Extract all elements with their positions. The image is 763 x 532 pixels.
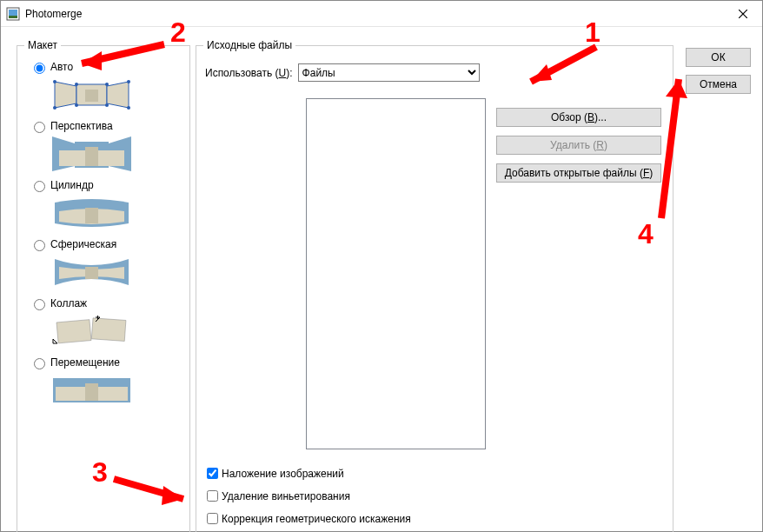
radio-auto[interactable]	[34, 63, 45, 74]
thumb-reposition	[50, 373, 133, 408]
layout-option-collage[interactable]: Коллаж	[30, 296, 182, 310]
source-legend: Исходные файлы	[203, 39, 295, 51]
annotation-2: 2	[170, 17, 186, 49]
layout-option-perspective[interactable]: Перспектива	[30, 119, 182, 133]
use-label: Использовать (U):	[205, 67, 293, 79]
radio-label: Сферическая	[50, 238, 116, 250]
close-button[interactable]	[723, 1, 762, 27]
file-list[interactable]	[306, 98, 486, 449]
thumb-perspective	[50, 136, 133, 171]
svg-point-11	[53, 106, 56, 110]
ok-button[interactable]: ОК	[686, 48, 751, 67]
add-open-files-button[interactable]: Добавить открытые файлы (F)	[496, 163, 661, 183]
radio-perspective[interactable]	[34, 122, 45, 133]
check-label: Удаление виньетирования	[222, 490, 350, 502]
svg-rect-26	[91, 318, 126, 342]
radio-label: Перемещение	[50, 356, 120, 369]
radio-label: Коллаж	[50, 297, 87, 309]
radio-spherical[interactable]	[34, 240, 45, 251]
source-files-group: Исходные файлы Использовать (U): Файлы О…	[196, 39, 673, 532]
checkbox-vignette[interactable]	[207, 490, 218, 502]
svg-rect-1	[9, 10, 17, 16]
radio-label: Авто	[50, 61, 73, 73]
svg-rect-23	[85, 208, 98, 223]
svg-rect-2	[9, 16, 17, 18]
svg-point-9	[53, 80, 56, 83]
layout-option-spherical[interactable]: Сферическая	[30, 237, 182, 251]
thumb-spherical	[50, 255, 133, 289]
annotation-3: 3	[92, 456, 108, 489]
svg-rect-31	[85, 383, 98, 401]
svg-rect-25	[56, 320, 91, 343]
titlebar: Photomerge	[1, 1, 762, 27]
check-label: Коррекция геометрического искажения	[222, 513, 411, 525]
svg-point-14	[105, 83, 109, 86]
svg-point-15	[75, 103, 78, 107]
thumb-cylindrical	[50, 196, 133, 230]
app-icon	[6, 7, 20, 21]
use-dropdown[interactable]: Файлы	[298, 63, 480, 82]
radio-cylindrical[interactable]	[34, 181, 45, 192]
check-label: Наложение изображений	[222, 468, 344, 480]
window-title: Photomerge	[25, 8, 723, 20]
annotation-4: 4	[638, 218, 654, 250]
svg-point-16	[105, 103, 109, 107]
browse-button[interactable]: Обзор (B)...	[496, 108, 661, 127]
svg-rect-24	[85, 267, 98, 279]
svg-marker-8	[107, 82, 129, 108]
svg-rect-22	[85, 147, 98, 166]
svg-point-13	[75, 83, 78, 86]
svg-rect-17	[85, 90, 98, 102]
layout-option-cylindrical[interactable]: Цилиндр	[30, 178, 182, 192]
layout-option-reposition[interactable]: Перемещение	[30, 356, 182, 369]
layout-option-auto[interactable]: Авто	[30, 60, 182, 74]
checkbox-blend[interactable]	[207, 468, 218, 479]
checkbox-geo[interactable]	[207, 513, 218, 524]
svg-point-12	[127, 106, 130, 110]
annotation-1: 1	[585, 17, 600, 49]
remove-button[interactable]: Удалить (R)	[496, 136, 661, 155]
radio-reposition[interactable]	[34, 358, 45, 369]
use-row: Использовать (U): Файлы	[205, 63, 666, 82]
thumb-auto	[50, 77, 133, 112]
geometric-correction-check[interactable]: Коррекция геометрического искажения	[203, 510, 411, 527]
svg-marker-6	[55, 82, 76, 108]
radio-label: Перспектива	[50, 120, 113, 132]
thumb-collage	[50, 314, 133, 349]
radio-label: Цилиндр	[50, 179, 94, 191]
dialog-body: Макет Авто Перспектива	[1, 27, 762, 531]
layout-legend: Макет	[24, 39, 61, 51]
radio-collage[interactable]	[34, 299, 45, 310]
svg-point-10	[127, 80, 130, 83]
photomerge-dialog: Photomerge Макет Авто	[0, 0, 763, 532]
cancel-button[interactable]: Отмена	[686, 75, 751, 94]
blend-images-check[interactable]: Наложение изображений	[203, 465, 344, 482]
vignette-removal-check[interactable]: Удаление виньетирования	[203, 488, 350, 504]
